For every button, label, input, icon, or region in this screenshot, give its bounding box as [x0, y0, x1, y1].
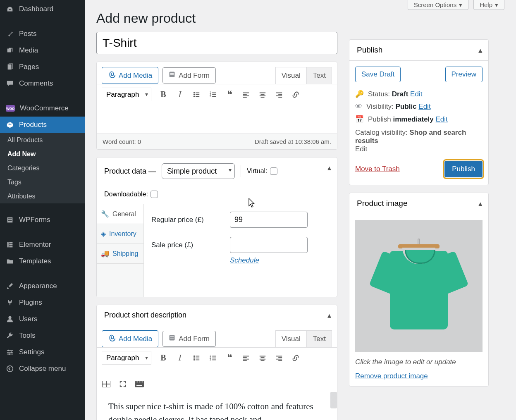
sidebar-item-settings[interactable]: Settings: [0, 344, 85, 360]
number-list-icon[interactable]: 123: [208, 353, 217, 363]
bold-icon[interactable]: B: [159, 353, 168, 363]
sidebar-item-elementor[interactable]: Elementor: [0, 236, 85, 253]
help-button[interactable]: Help ▾: [473, 0, 504, 10]
svg-point-16: [8, 353, 10, 355]
product-title-input[interactable]: [96, 32, 337, 54]
sidebar-item-posts[interactable]: Posts: [0, 26, 85, 42]
fullscreen-icon[interactable]: [118, 379, 127, 389]
schedule-link[interactable]: Schedule: [230, 256, 259, 264]
submenu-add-new[interactable]: Add New: [0, 147, 85, 161]
sidebar-item-wpforms[interactable]: WPForms: [0, 212, 85, 228]
svg-rect-24: [196, 94, 199, 95]
tab-text-2[interactable]: Text: [307, 330, 332, 347]
svg-rect-79: [137, 382, 138, 382]
edit-catalog-link[interactable]: Edit: [355, 145, 367, 153]
wrench-icon: [6, 332, 14, 340]
pages-icon: [6, 63, 14, 71]
italic-icon[interactable]: I: [175, 353, 184, 363]
svg-rect-34: [243, 94, 247, 95]
tab-text[interactable]: Text: [307, 67, 332, 84]
sidebar-item-pages[interactable]: Pages: [0, 59, 85, 75]
number-list-icon[interactable]: 123: [208, 90, 217, 99]
svg-rect-8: [9, 244, 12, 245]
preview-button[interactable]: Preview: [445, 67, 483, 82]
align-left-icon[interactable]: [241, 353, 251, 363]
align-right-icon[interactable]: [275, 90, 284, 99]
edit-visibility-link[interactable]: Edit: [418, 103, 430, 110]
virtual-checkbox[interactable]: [270, 167, 277, 175]
submenu-categories[interactable]: Categories: [0, 161, 85, 175]
bullet-list-icon[interactable]: [192, 90, 201, 99]
collapse-icon[interactable]: ▴: [327, 311, 331, 320]
sidebar-item-dashboard[interactable]: Dashboard: [0, 1, 85, 17]
link-icon[interactable]: [291, 90, 300, 99]
virtual-label: Virtual:: [247, 167, 277, 175]
quote-icon[interactable]: ❝: [225, 353, 234, 363]
submenu-attributes[interactable]: Attributes: [0, 189, 85, 203]
add-form-button-2[interactable]: Add Form: [162, 331, 216, 347]
svg-point-52: [194, 359, 195, 360]
sidebar-label: Plugins: [19, 298, 42, 307]
format-select-2[interactable]: Paragraph: [102, 351, 151, 365]
media-icon: [6, 46, 14, 55]
chevron-down-icon: ▾: [495, 1, 498, 9]
sidebar-collapse[interactable]: Collapse menu: [0, 360, 85, 377]
italic-icon[interactable]: I: [175, 90, 184, 99]
align-center-icon[interactable]: [258, 90, 267, 99]
move-to-trash-link[interactable]: Move to Trash: [355, 165, 400, 173]
submenu-all-products[interactable]: All Products: [0, 133, 85, 147]
draft-saved-label: Draft saved at 10:38:06 am.: [255, 138, 331, 145]
svg-point-21: [194, 92, 195, 93]
sidebar-item-media[interactable]: Media: [0, 42, 85, 59]
sidebar-item-products[interactable]: Products: [0, 117, 85, 133]
submenu-tags[interactable]: Tags: [0, 175, 85, 189]
regular-price-input[interactable]: [230, 212, 308, 228]
media-icon: [108, 71, 115, 80]
svg-rect-82: [142, 382, 143, 382]
pd-tab-inventory[interactable]: ◈Inventory: [97, 224, 143, 244]
publish-title: Publish: [357, 45, 382, 55]
add-form-button[interactable]: Add Form: [162, 67, 216, 84]
sidebar-item-woocommerce[interactable]: wooWooCommerce: [0, 100, 85, 117]
sidebar-item-users[interactable]: Users: [0, 311, 85, 327]
screen-options-button[interactable]: Screen Options ▾: [408, 0, 468, 10]
edit-status-link[interactable]: Edit: [410, 90, 422, 98]
pd-tab-general[interactable]: 🔧General: [97, 204, 143, 224]
product-type-select[interactable]: Simple product: [162, 163, 235, 179]
svg-rect-28: [212, 92, 216, 93]
add-media-button-2[interactable]: Add Media: [102, 330, 158, 347]
short-desc-body[interactable]: This super nice t-shirt is made of 100% …: [97, 392, 337, 420]
collapse-icon[interactable]: ▴: [327, 163, 331, 172]
edit-publish-link[interactable]: Edit: [436, 115, 448, 123]
save-draft-button[interactable]: Save Draft: [355, 67, 401, 82]
bullet-list-icon[interactable]: [192, 353, 201, 363]
sidebar-item-appearance[interactable]: Appearance: [0, 278, 85, 294]
product-image-thumbnail[interactable]: [355, 220, 483, 352]
add-media-button[interactable]: Add Media: [102, 67, 158, 84]
tab-visual-2[interactable]: Visual: [275, 330, 307, 347]
svg-rect-46: [170, 336, 174, 337]
remove-product-image-link[interactable]: Remove product image: [355, 372, 428, 380]
collapse-icon[interactable]: ▴: [478, 45, 483, 55]
sidebar-item-tools[interactable]: Tools: [0, 327, 85, 344]
link-icon[interactable]: [291, 353, 300, 363]
align-center-icon[interactable]: [258, 353, 267, 363]
bold-icon[interactable]: B: [159, 90, 168, 99]
downloadable-checkbox[interactable]: [150, 191, 158, 198]
publish-button[interactable]: Publish: [444, 161, 483, 177]
pd-tab-shipping[interactable]: 🚚Shipping: [97, 244, 143, 264]
align-right-icon[interactable]: [275, 353, 284, 363]
downloadable-label: Downloadable:: [104, 191, 158, 198]
sidebar-item-comments[interactable]: Comments: [0, 75, 85, 92]
sidebar-item-templates[interactable]: Templates: [0, 253, 85, 270]
align-left-icon[interactable]: [241, 90, 251, 99]
editor-body[interactable]: [97, 105, 337, 134]
table-icon[interactable]: [102, 379, 111, 389]
keyboard-icon[interactable]: [135, 379, 144, 389]
collapse-icon[interactable]: ▴: [478, 199, 483, 208]
format-select[interactable]: Paragraph: [102, 88, 151, 101]
tab-visual[interactable]: Visual: [275, 67, 307, 84]
quote-icon[interactable]: ❝: [225, 90, 234, 99]
sidebar-item-plugins[interactable]: Plugins: [0, 294, 85, 311]
sale-price-input[interactable]: [230, 237, 308, 253]
